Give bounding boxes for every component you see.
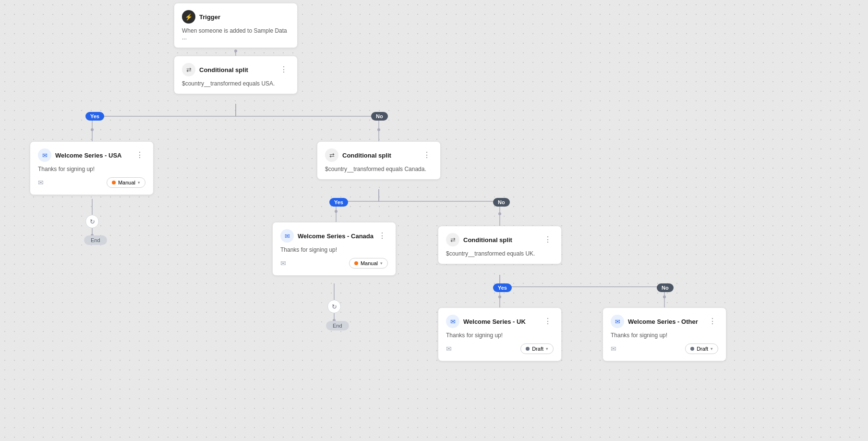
welcome-usa-status-label: Manual bbox=[118, 180, 135, 185]
status-dot-uk bbox=[526, 347, 530, 351]
mail-icon-other: ✉ bbox=[611, 315, 624, 328]
cond-split-1-more-button[interactable]: ⋮ bbox=[278, 65, 289, 74]
welcome-uk-card: ✉ Welcome Series - UK ⋮ Thanks for signi… bbox=[438, 307, 562, 361]
welcome-usa-more-button[interactable]: ⋮ bbox=[134, 150, 145, 160]
status-dot-canada bbox=[354, 261, 358, 265]
flow-canvas: ⚡ Trigger When someone is added to Sampl… bbox=[0, 0, 868, 441]
welcome-uk-status-label: Draft bbox=[532, 346, 543, 352]
split-icon-2: ⇄ bbox=[325, 148, 338, 162]
trigger-description: When someone is added to Sample Data ... bbox=[182, 27, 289, 41]
loop-node-canada: ↻ bbox=[327, 300, 341, 313]
mail-icon-canada: ✉ bbox=[280, 229, 294, 243]
welcome-usa-description: Thanks for signing up! bbox=[38, 166, 145, 172]
welcome-canada-more-button[interactable]: ⋮ bbox=[376, 231, 388, 241]
welcome-other-status-badge[interactable]: Draft ▾ bbox=[685, 343, 718, 354]
branch-yes-1: Yes bbox=[85, 112, 104, 121]
cond-split-2-title: Conditional split bbox=[342, 152, 391, 159]
cond-split-3-more-button[interactable]: ⋮ bbox=[542, 235, 554, 245]
branch-yes-3: Yes bbox=[493, 283, 512, 292]
branch-yes-2: Yes bbox=[329, 198, 348, 207]
cond-split-2-description: $country__transformed equals Canada. bbox=[325, 166, 433, 172]
welcome-canada-status-badge[interactable]: Manual ▾ bbox=[349, 258, 388, 269]
end-node-canada: End bbox=[326, 321, 349, 331]
welcome-other-status-label: Draft bbox=[697, 346, 708, 352]
status-dot-usa bbox=[112, 181, 116, 184]
cond-split-3-card: ⇄ Conditional split ⋮ $country__transfor… bbox=[438, 226, 562, 264]
welcome-usa-chevron: ▾ bbox=[138, 180, 140, 185]
svg-point-13 bbox=[663, 295, 666, 298]
split-icon-3: ⇄ bbox=[446, 233, 459, 246]
welcome-usa-title: Welcome Series - USA bbox=[55, 152, 121, 159]
branch-no-3: No bbox=[657, 283, 674, 292]
trigger-card: ⚡ Trigger When someone is added to Sampl… bbox=[174, 3, 298, 48]
trigger-icon: ⚡ bbox=[182, 10, 195, 24]
welcome-usa-status-badge[interactable]: Manual ▾ bbox=[107, 177, 145, 188]
cond-split-1-description: $country__transformed equals USA. bbox=[182, 80, 289, 87]
welcome-canada-card: ✉ Welcome Series - Canada ⋮ Thanks for s… bbox=[272, 222, 396, 276]
welcome-other-description: Thanks for signing up! bbox=[611, 332, 718, 339]
branch-no-1: No bbox=[371, 112, 388, 121]
cond-split-2-card: ⇄ Conditional split ⋮ $country__transfor… bbox=[317, 141, 441, 180]
welcome-other-mail-small: ✉ bbox=[611, 345, 616, 353]
svg-point-2 bbox=[91, 128, 94, 131]
status-dot-other bbox=[690, 347, 694, 351]
branch-no-2: No bbox=[493, 198, 510, 207]
cond-split-2-more-button[interactable]: ⋮ bbox=[421, 150, 433, 160]
welcome-other-chevron: ▾ bbox=[711, 346, 713, 351]
split-icon-1: ⇄ bbox=[182, 63, 195, 76]
svg-point-1 bbox=[234, 49, 237, 52]
end-node-usa: End bbox=[84, 235, 107, 245]
welcome-uk-status-badge[interactable]: Draft ▾ bbox=[520, 343, 554, 354]
loop-node-usa: ↻ bbox=[85, 215, 99, 228]
welcome-other-title: Welcome Series - Other bbox=[628, 318, 698, 325]
welcome-canada-mail-small: ✉ bbox=[280, 259, 286, 267]
welcome-uk-more-button[interactable]: ⋮ bbox=[542, 317, 554, 326]
welcome-other-card: ✉ Welcome Series - Other ⋮ Thanks for si… bbox=[603, 307, 726, 361]
svg-point-3 bbox=[377, 128, 380, 131]
welcome-usa-mail-small: ✉ bbox=[38, 179, 44, 186]
welcome-uk-title: Welcome Series - UK bbox=[463, 318, 526, 325]
welcome-other-more-button[interactable]: ⋮ bbox=[707, 317, 718, 326]
cond-split-3-title: Conditional split bbox=[463, 236, 512, 244]
cond-split-1-card: ⇄ Conditional split ⋮ $country__transfor… bbox=[174, 56, 298, 94]
welcome-uk-description: Thanks for signing up! bbox=[446, 332, 554, 339]
welcome-usa-card: ✉ Welcome Series - USA ⋮ Thanks for sign… bbox=[30, 141, 154, 195]
trigger-title: Trigger bbox=[199, 13, 220, 21]
cond-split-1-title: Conditional split bbox=[199, 66, 248, 74]
cond-split-3-description: $country__transformed equals UK. bbox=[446, 250, 554, 257]
svg-point-8 bbox=[498, 212, 501, 215]
svg-point-12 bbox=[498, 295, 501, 298]
welcome-uk-chevron: ▾ bbox=[546, 346, 548, 351]
mail-icon-usa: ✉ bbox=[38, 148, 51, 162]
welcome-canada-title: Welcome Series - Canada bbox=[298, 233, 374, 240]
mail-icon-uk: ✉ bbox=[446, 315, 459, 328]
welcome-canada-description: Thanks for signing up! bbox=[280, 246, 388, 253]
welcome-canada-chevron: ▾ bbox=[380, 261, 383, 266]
svg-point-7 bbox=[335, 210, 338, 213]
welcome-canada-status-label: Manual bbox=[361, 260, 378, 266]
connectors-svg bbox=[0, 0, 868, 441]
welcome-uk-mail-small: ✉ bbox=[446, 345, 452, 353]
